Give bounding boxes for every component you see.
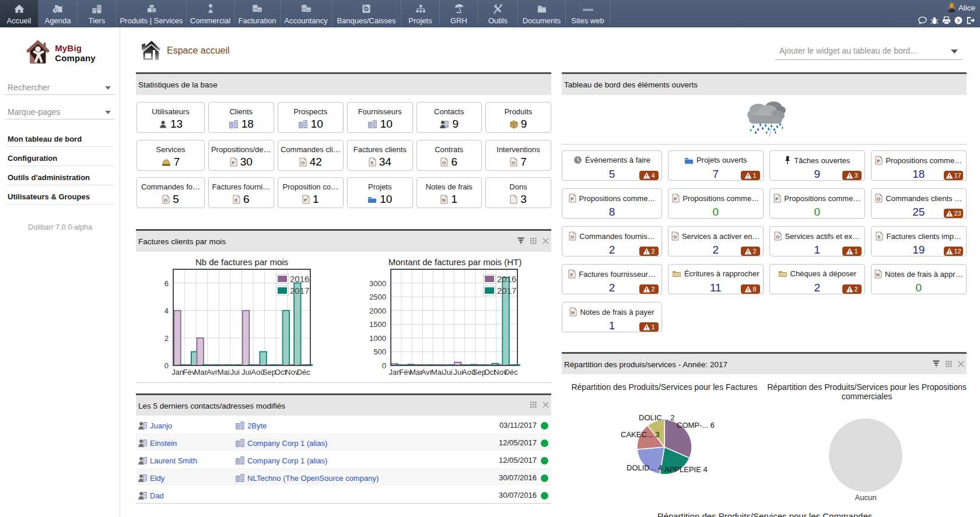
svg-text:O: O	[673, 234, 677, 240]
svg-text:2500: 2500	[369, 293, 386, 301]
svg-text:O: O	[442, 160, 446, 166]
svg-text:O: O	[776, 234, 779, 240]
svg-text:Mar: Mar	[194, 368, 208, 377]
svg-text:2017: 2017	[290, 286, 309, 296]
svg-text:2017: 2017	[497, 286, 516, 296]
svg-text:P: P	[232, 160, 235, 166]
svg-text:Jui: Jui	[443, 368, 453, 377]
svg-text:N: N	[572, 310, 575, 315]
svg-text:Jui: Jui	[230, 368, 240, 377]
svg-text:4: 4	[164, 307, 169, 315]
svg-text:6: 6	[164, 279, 169, 288]
svg-text:1000: 1000	[369, 334, 386, 343]
svg-text:0: 0	[164, 361, 169, 370]
svg-text:Déc: Déc	[297, 368, 311, 377]
svg-text:3000: 3000	[369, 279, 386, 288]
svg-text:O: O	[301, 160, 304, 166]
svg-text:O: O	[164, 198, 167, 203]
svg-text:2000: 2000	[369, 307, 386, 315]
svg-text:?: ?	[957, 17, 960, 24]
svg-text:O: O	[877, 196, 880, 202]
svg-text:N: N	[876, 272, 880, 277]
svg-text:Sep: Sep	[262, 368, 276, 377]
svg-text:O: O	[570, 234, 574, 240]
svg-text:0: 0	[382, 361, 386, 370]
svg-text:DOLIC... 2: DOLIC... 2	[639, 413, 674, 422]
svg-text:2: 2	[164, 334, 169, 343]
svg-text:P: P	[877, 159, 881, 164]
svg-text:€: €	[878, 234, 881, 240]
svg-text:P: P	[304, 198, 307, 203]
svg-text:500: 500	[373, 347, 386, 356]
svg-text:Mai: Mai	[431, 368, 443, 377]
svg-text:Jui: Jui	[242, 368, 251, 377]
svg-text:DOLID... 4: DOLID... 4	[626, 463, 662, 472]
svg-text:Aucun: Aucun	[855, 493, 877, 502]
svg-text:€: €	[570, 272, 573, 277]
svg-text:CAKEC... 3: CAKEC... 3	[621, 430, 659, 439]
svg-text:1500: 1500	[369, 320, 386, 329]
svg-text:Avr: Avr	[206, 368, 218, 377]
svg-text:€: €	[370, 160, 373, 166]
svg-text:Mai: Mai	[218, 368, 230, 377]
svg-text:P: P	[674, 196, 678, 202]
svg-text:N: N	[443, 198, 446, 203]
svg-text:APPLEPIE 4: APPLEPIE 4	[664, 465, 708, 474]
svg-text:O: O	[512, 160, 515, 166]
svg-text:P: P	[570, 196, 574, 202]
svg-text:Déc: Déc	[504, 368, 518, 377]
svg-text:www: www	[582, 7, 593, 12]
svg-text:€: €	[235, 198, 238, 203]
svg-text:2016: 2016	[290, 274, 309, 284]
svg-text:COMP-... 6: COMP-... 6	[677, 421, 715, 430]
svg-text:P: P	[776, 196, 779, 202]
svg-text:2016: 2016	[497, 274, 516, 284]
svg-text:Jan: Jan	[172, 368, 184, 377]
